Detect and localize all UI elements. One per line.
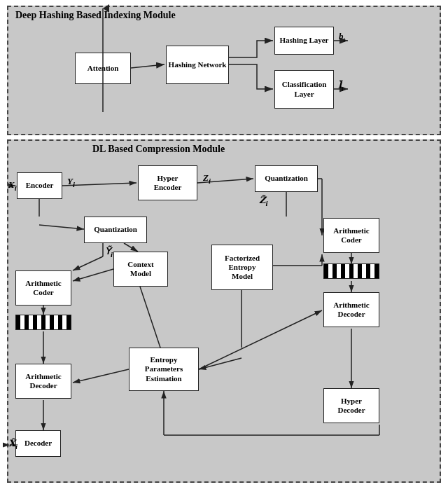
quantization2-block: Quantization [255, 165, 318, 192]
arithmetic-coder2-block: ArithmeticCoder [323, 218, 379, 253]
top-module: Deep Hashing Based Indexing Module [7, 6, 441, 135]
svg-line-19 [73, 256, 103, 270]
top-module-title: Deep Hashing Based Indexing Module [15, 10, 176, 21]
svg-line-17 [39, 225, 84, 229]
arithmetic-decoder2-block: ArithmeticDecoder [323, 292, 379, 327]
yi-label: Yi [67, 176, 75, 188]
ltilde-label: l̃i [338, 80, 343, 92]
svg-line-32 [73, 369, 129, 383]
classification-layer-block: Classification Layer [274, 70, 334, 109]
ytilde-label: Ỹi [105, 246, 113, 259]
xihat-label: X̂i [8, 438, 18, 451]
hatch-block-2 [323, 263, 379, 279]
vertical-arrow-top [99, 7, 106, 137]
hashing-network-block: Hashing Network [166, 46, 229, 84]
hyper-decoder-block: HyperDecoder [323, 388, 379, 423]
decoder-block: Decoder [15, 430, 61, 457]
hatch-block-1 [15, 315, 71, 330]
bottom-module-title: DL Based Compression Module [92, 144, 225, 155]
xi-label: Xi [8, 179, 17, 192]
quantization1-block: Quantization [84, 217, 147, 243]
ztilde-label: Z̃i [259, 195, 268, 207]
svg-line-27 [199, 358, 241, 369]
hashing-layer-block: Hashing Layer [274, 27, 334, 55]
arithmetic-decoder1-block: ArithmeticDecoder [15, 364, 71, 399]
svg-line-20 [124, 243, 138, 252]
bottom-module: DL Based Compression Module [7, 139, 441, 483]
hyper-encoder-block: HyperEncoder [138, 165, 197, 200]
entropy-params-block: EntropyParametersEstimation [129, 348, 199, 391]
svg-line-33 [199, 310, 322, 369]
zi-label: Zi [203, 172, 211, 185]
encoder-block: Encoder [17, 172, 62, 199]
factorized-entropy-block: FactorizedEntropyModel [211, 245, 273, 290]
svg-line-2 [131, 64, 164, 68]
bi-label: bi [339, 31, 345, 43]
svg-line-29 [73, 269, 113, 281]
arithmetic-coder1-block: ArithmeticCoder [15, 270, 71, 306]
main-container: Deep Hashing Based Indexing Module [7, 6, 441, 483]
context-model-block: ContextModel [113, 252, 168, 287]
